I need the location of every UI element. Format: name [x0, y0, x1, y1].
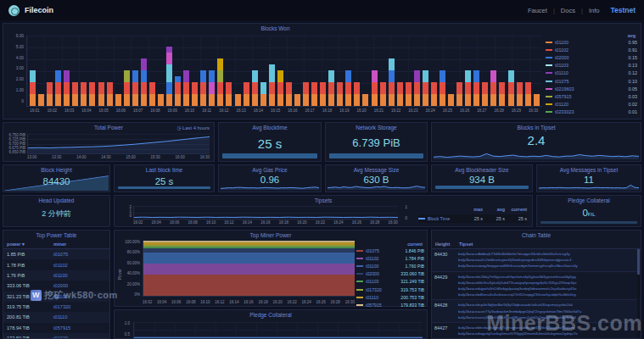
stacked-bar[interactable] — [124, 70, 130, 106]
stacked-bar[interactable] — [414, 70, 420, 106]
tipsets-title[interactable]: Tipsets — [115, 196, 532, 205]
stacked-bar[interactable] — [286, 82, 292, 106]
avg-messages-in-tipset-title[interactable]: Avg Messages in Tipset — [537, 165, 641, 175]
legend-col-max[interactable]: max — [461, 207, 483, 212]
cid-link[interactable]: bafy2bzacebc2bky7nf4gsnzuzh5pcfamu4p5jyl… — [458, 274, 638, 280]
time-range-control[interactable]: ◷ Last 4 hours — [176, 125, 210, 131]
miner-link[interactable]: t01102 — [53, 263, 68, 268]
stacked-bar[interactable] — [175, 76, 181, 106]
head-updated-title[interactable]: Head Updated — [3, 196, 109, 205]
stacked-bar[interactable] — [183, 70, 189, 106]
network-storage-title[interactable]: Network Storage — [326, 123, 427, 132]
stacked-bar[interactable] — [141, 58, 147, 106]
pledge-collateral-chart-title[interactable]: Pledge Collateral — [115, 310, 427, 320]
chain-table-title[interactable]: Chain Table — [432, 231, 641, 240]
stacked-bar[interactable] — [328, 70, 334, 106]
block-time-legend-row[interactable]: Block Time 25 s 25 s 25 s — [418, 214, 527, 223]
faucet-link[interactable]: Faucet — [528, 7, 547, 14]
stacked-bar[interactable] — [473, 70, 479, 106]
stacked-bar[interactable] — [47, 82, 53, 106]
legend-col-current[interactable]: current — [505, 207, 527, 212]
docs-link[interactable]: Docs — [561, 7, 575, 14]
stacked-bar[interactable] — [98, 82, 104, 106]
miner-id[interactable]: t02000 — [555, 55, 615, 60]
top-miner-power-title[interactable]: Top Miner Power — [115, 231, 427, 240]
miner-id[interactable]: t01110 — [555, 70, 615, 75]
stacked-bar[interactable] — [448, 94, 454, 106]
legend-row[interactable]: t01110200.753 TiB — [356, 293, 424, 301]
stacked-bar[interactable] — [389, 58, 395, 106]
stacked-bar[interactable] — [517, 82, 523, 106]
stacked-bar[interactable] — [362, 94, 368, 106]
stacked-bar[interactable] — [55, 70, 61, 106]
table-row[interactable]: 200.81 TiBt01110 — [3, 312, 109, 322]
miner-link[interactable]: t057915 — [53, 325, 70, 331]
cid-link[interactable]: bafy2bzacedujpefs4rh2d5ebgalpaioq3oebq5d… — [458, 286, 638, 292]
power-column-header[interactable]: power ▾ — [7, 242, 53, 247]
table-row[interactable]: 319.75 TiBt017320 — [3, 302, 109, 312]
table-row[interactable]: 178.94 TiBt057915 — [3, 323, 109, 333]
stacked-bar[interactable] — [252, 70, 258, 106]
legend-row[interactable]: t01103321.249 TiB — [356, 278, 424, 286]
stacked-bar[interactable] — [337, 82, 343, 106]
stacked-bar[interactable] — [260, 82, 266, 106]
stacked-bar[interactable] — [115, 94, 121, 106]
legend-col-avg[interactable]: avg — [483, 207, 505, 212]
table-row[interactable]: 1.76 PiBt01100 — [3, 270, 109, 281]
stacked-bar[interactable] — [226, 82, 232, 106]
stacked-bar[interactable] — [440, 70, 445, 106]
miner-id[interactable]: t01103 — [555, 63, 615, 68]
avg-blockheader-size-title[interactable]: Avg Blockheader Size — [432, 165, 532, 175]
stacked-bar[interactable] — [235, 94, 241, 106]
stacked-bar[interactable] — [380, 82, 386, 106]
stacked-bar[interactable] — [38, 94, 44, 106]
stacked-bar[interactable] — [81, 82, 87, 106]
legend-row[interactable]: t011020.91 — [546, 46, 637, 53]
stacked-bar[interactable] — [397, 82, 403, 106]
top-power-table-title[interactable]: Top Power Table — [3, 231, 109, 240]
miner-link[interactable]: t017320 — [53, 304, 70, 309]
stacked-bar[interactable] — [465, 70, 471, 106]
miner-link[interactable]: t01020 — [53, 336, 68, 339]
stacked-bar[interactable] — [209, 70, 215, 106]
stacked-bar[interactable] — [490, 70, 496, 106]
stacked-bar[interactable] — [482, 82, 488, 106]
miner-id[interactable]: t01102 — [366, 256, 389, 261]
table-row[interactable]: 1.78 PiBt01102 — [3, 259, 109, 270]
stacked-bar[interactable] — [64, 70, 70, 106]
miner-id[interactable]: t01075 — [366, 248, 389, 253]
pledge-collateral-title[interactable]: Pledge Collateral — [537, 196, 641, 205]
stacked-bar[interactable] — [132, 70, 138, 106]
stacked-bar[interactable] — [456, 82, 462, 106]
table-row[interactable]: 1.85 PiBt01075 — [3, 249, 109, 259]
stacked-bar[interactable] — [269, 64, 275, 106]
miner-id[interactable]: t02000 — [366, 271, 389, 276]
stacked-bar[interactable] — [200, 70, 206, 106]
stacked-bar[interactable] — [406, 82, 412, 106]
stacked-bar[interactable] — [423, 70, 428, 106]
legend-row[interactable]: t02196030.05 — [546, 85, 637, 92]
legend-row[interactable]: t02330230.01 — [546, 108, 637, 116]
legend-row[interactable]: t011200.02 — [546, 101, 637, 108]
blocks-won-title[interactable]: Blocks Won — [3, 24, 641, 33]
stacked-bar[interactable] — [525, 82, 531, 106]
miner-link[interactable]: t01100 — [53, 273, 68, 278]
stacked-bar[interactable] — [320, 82, 326, 106]
legend-row[interactable]: t011100.12 — [546, 69, 637, 77]
legend-row[interactable]: t011000.95 — [546, 38, 637, 46]
legend-row[interactable]: t020000.15 — [546, 53, 637, 61]
legend-row[interactable]: t011001.760 PiB — [356, 262, 424, 270]
stacked-bar[interactable] — [499, 82, 505, 106]
miner-column-header[interactable]: miner — [53, 242, 66, 247]
legend-row[interactable]: t017320319.753 TiB — [356, 286, 424, 293]
legend-row[interactable]: t0579150.03 — [546, 92, 637, 100]
cid-link[interactable]: bafy2bzacebcp4n3qfjtw4be5fj3y15qbuavadcl… — [458, 302, 638, 308]
scrollbar-thumb[interactable] — [637, 249, 640, 275]
blocks-in-tipset-title[interactable]: Blocks in Tipset — [432, 123, 641, 132]
legend-row[interactable]: t011030.13 — [546, 62, 637, 69]
cid-link[interactable]: bafy2bzaceb6e3nc6yku6j2ub473szwgojhpvwje… — [458, 280, 638, 286]
miner-id[interactable]: t01120 — [555, 102, 615, 107]
stacked-bar[interactable] — [166, 47, 172, 106]
cid-link[interactable]: bafy2bzaceau2c2wfdnurtcgwcf4j3vwkryvagub… — [458, 257, 638, 263]
stacked-bar[interactable] — [354, 82, 360, 106]
